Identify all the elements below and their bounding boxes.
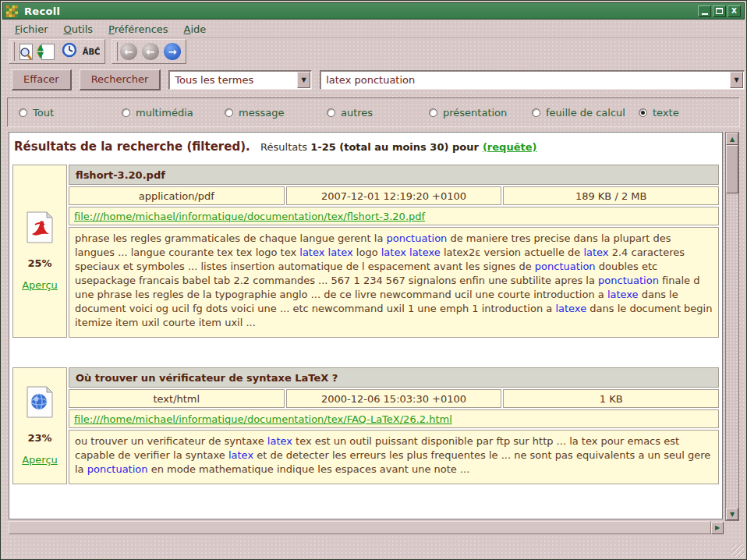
radio-icon[interactable] [225, 108, 233, 117]
result-size: 189 KB / 2 MB [503, 186, 719, 205]
result-snippet: ou trouver un verificateur de syntaxe la… [69, 430, 719, 484]
snippet-highlight: ponctuation [535, 261, 596, 272]
menu-item-préférences[interactable]: Préférences [102, 22, 174, 37]
result-url-row: file:///home/michael/informatique/docume… [69, 409, 719, 428]
html-icon [26, 386, 54, 422]
snippet-highlight: latexe [607, 289, 639, 300]
horizontal-scrollbar-thumb[interactable] [9, 521, 711, 534]
nav-first-button[interactable]: ← [119, 41, 139, 62]
search-mode-value: Tous les termes [169, 74, 297, 86]
results-frame: Résultats de la recherche (filtered). Ré… [9, 132, 723, 519]
menubar: FichierOutilsPréférencesAide [2, 21, 745, 38]
radio-icon[interactable] [429, 108, 437, 117]
search-doc-icon [19, 44, 33, 60]
minimize-icon [702, 13, 708, 15]
filter-option-feuille-de-calcul[interactable]: feuille de calcul [532, 107, 639, 119]
relevance-score: 25% [27, 257, 51, 269]
snippet-highlight: latex latex [299, 246, 352, 258]
menu-item-fichier[interactable]: Fichier [9, 22, 55, 37]
result-detail-column: flshort-3.20.pdfapplication/pdf2007-12-0… [69, 165, 719, 338]
results-header: Résultats de la recherche (filtered). Ré… [12, 137, 719, 154]
recoll-app-icon [6, 5, 18, 17]
filter-option-texte[interactable]: texte [639, 107, 679, 119]
update-index-icon: ▲▼ [41, 44, 55, 60]
radio-icon[interactable] [122, 108, 130, 117]
horizontal-scrollbar[interactable]: ▶ [9, 520, 724, 535]
result-url-link[interactable]: file:///home/michael/informatique/docume… [74, 413, 452, 425]
resize-grip[interactable] [731, 544, 744, 557]
chevron-down-icon[interactable]: ▼ [297, 72, 310, 88]
radio-icon[interactable] [639, 108, 647, 117]
maximize-icon [716, 8, 723, 14]
snippet-highlight: ponctuation [598, 275, 659, 286]
menu-item-outils[interactable]: Outils [58, 22, 100, 37]
query-link[interactable]: (requête) [483, 141, 537, 153]
update-index-button[interactable]: ▲▼ [37, 41, 58, 62]
filter-option-présentation[interactable]: présentation [429, 107, 532, 119]
results-prefix: Résultats [254, 141, 310, 153]
snippet-highlight: ponctuation [87, 463, 148, 475]
snippet-text: latex2ε version actuelle de [441, 246, 584, 258]
clear-button[interactable]: Effacer [12, 69, 72, 90]
snippet-highlight: latex latexe [381, 246, 441, 258]
snippet-text: en mode mathematique indique les espaces… [148, 463, 470, 475]
filter-option-autres[interactable]: autres [327, 107, 429, 119]
nav-next-button[interactable]: → [162, 41, 182, 62]
result-list: 25%Aperçuflshort-3.20.pdfapplication/pdf… [12, 165, 719, 484]
snippet-text: phrase les regles grammaticales de chaqu… [75, 232, 387, 244]
filter-label: Tout [33, 107, 54, 119]
search-mode-combobox[interactable]: Tous les termes ▼ [168, 70, 312, 90]
snippet-highlight: latexe [555, 303, 586, 314]
filter-row: Toutmultimédiamessageautresprésentationf… [7, 97, 740, 127]
filter-label: présentation [443, 107, 507, 119]
result-left-column: 23%Aperçu [12, 367, 67, 484]
history-button[interactable] [59, 41, 80, 62]
search-row: Effacer Rechercher Tous les termes ▼ lat… [2, 68, 745, 91]
radio-icon[interactable] [327, 108, 335, 117]
filter-label: texte [653, 107, 679, 119]
result-left-column: 25%Aperçu [12, 165, 67, 338]
close-icon: X [731, 7, 737, 15]
filter-option-message[interactable]: message [225, 107, 327, 119]
result-mime: text/html [69, 389, 285, 408]
result-meta-row: application/pdf2007-12-01 12:19:20 +0100… [69, 186, 719, 205]
scroll-up-icon[interactable]: ▲ [726, 133, 738, 145]
scroll-down-icon[interactable]: ▼ [726, 508, 738, 520]
vertical-scrollbar-thumb[interactable] [726, 145, 738, 193]
nav-next-icon: → [164, 43, 181, 60]
result-url-link[interactable]: file:///home/michael/informatique/docume… [74, 211, 425, 222]
radio-icon[interactable] [19, 108, 27, 117]
query-combobox[interactable]: latex ponctuation ▼ [320, 70, 745, 90]
search-button[interactable]: Rechercher [80, 69, 161, 90]
maximize-button[interactable] [713, 5, 726, 17]
chevron-down-icon[interactable]: ▼ [730, 72, 743, 88]
filter-option-Tout[interactable]: Tout [19, 107, 122, 119]
radio-icon[interactable] [532, 108, 540, 117]
search-doc-button[interactable] [16, 41, 36, 62]
preview-link[interactable]: Aperçu [22, 454, 58, 466]
preview-link[interactable]: Aperçu [22, 279, 58, 291]
result-item: 25%Aperçuflshort-3.20.pdfapplication/pdf… [12, 165, 719, 338]
nav-prev-button[interactable]: ← [140, 41, 161, 62]
term-explorer-button[interactable]: ÂBĈ [81, 41, 101, 62]
snippet-highlight: latex [267, 435, 292, 447]
scroll-right-icon[interactable]: ▶ [711, 522, 724, 534]
minimize-button[interactable] [698, 5, 711, 17]
close-button[interactable]: X [728, 5, 741, 17]
result-item: 23%AperçuOù trouver un vérificateur de s… [12, 367, 719, 484]
snippet-highlight: latex [228, 449, 253, 461]
filter-label: feuille de calcul [546, 107, 625, 119]
menu-item-aide[interactable]: Aide [178, 22, 213, 37]
toolbar-group-2: ←←→ [112, 39, 186, 64]
history-icon [62, 42, 77, 61]
filter-label: autres [341, 107, 373, 119]
filter-label: message [239, 107, 284, 119]
filter-option-multimédia[interactable]: multimédia [122, 107, 225, 119]
result-url-row: file:///home/michael/informatique/docume… [69, 207, 719, 225]
result-detail-column: Où trouver un vérificateur de syntaxe La… [69, 367, 719, 484]
toolbar: ▲▼ÂBĈ←←→ [2, 39, 745, 64]
vertical-scrollbar[interactable]: ▲ ▼ [725, 132, 739, 521]
titlebar[interactable]: Recoll X [2, 2, 745, 19]
result-date: 2007-12-01 12:19:20 +0100 [286, 186, 502, 205]
nav-prev-icon: ← [142, 43, 159, 60]
